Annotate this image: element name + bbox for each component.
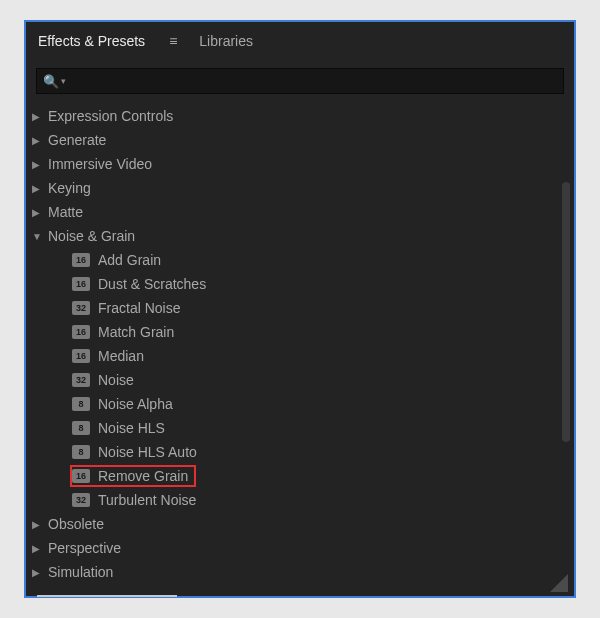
category-generate[interactable]: Generate	[26, 128, 574, 152]
search-dropdown-icon[interactable]: ▾	[61, 76, 66, 86]
scrollbar-thumb[interactable]	[562, 182, 570, 442]
category-matte[interactable]: Matte	[26, 200, 574, 224]
effect-label: Median	[98, 348, 144, 364]
effect-label: Remove Grain	[98, 468, 188, 484]
category-label: Noise & Grain	[48, 228, 135, 244]
chevron-right-icon	[32, 519, 46, 530]
active-tab-underline	[37, 595, 177, 597]
category-label: Obsolete	[48, 516, 104, 532]
effect-label: Turbulent Noise	[98, 492, 196, 508]
chevron-right-icon	[32, 567, 46, 578]
search-row: 🔍 ▾	[36, 68, 564, 94]
bit-depth-badge: 16	[72, 349, 90, 363]
chevron-right-icon	[32, 207, 46, 218]
search-input[interactable]	[70, 74, 557, 89]
category-label: Perspective	[48, 540, 121, 556]
search-icon: 🔍	[43, 74, 59, 89]
bit-depth-badge: 8	[72, 421, 90, 435]
chevron-right-icon	[32, 183, 46, 194]
bit-depth-badge: 32	[72, 301, 90, 315]
category-perspective[interactable]: Perspective	[26, 536, 574, 560]
effect-add-grain[interactable]: 16 Add Grain	[26, 248, 574, 272]
effect-noise[interactable]: 32 Noise	[26, 368, 574, 392]
category-obsolete[interactable]: Obsolete	[26, 512, 574, 536]
category-label: Simulation	[48, 564, 113, 580]
bit-depth-badge: 16	[72, 277, 90, 291]
chevron-right-icon	[32, 111, 46, 122]
category-keying[interactable]: Keying	[26, 176, 574, 200]
bit-depth-badge: 32	[72, 493, 90, 507]
bit-depth-badge: 16	[72, 469, 90, 483]
effect-dust-scratches[interactable]: 16 Dust & Scratches	[26, 272, 574, 296]
bit-depth-badge: 8	[72, 445, 90, 459]
bit-depth-badge: 16	[72, 325, 90, 339]
effect-label: Noise HLS	[98, 420, 165, 436]
bit-depth-badge: 32	[72, 373, 90, 387]
effect-noise-alpha[interactable]: 8 Noise Alpha	[26, 392, 574, 416]
category-label: Generate	[48, 132, 106, 148]
effect-label: Noise Alpha	[98, 396, 173, 412]
effects-tree: Expression Controls Generate Immersive V…	[26, 100, 574, 584]
effect-remove-grain[interactable]: 16 Remove Grain	[26, 464, 574, 488]
tab-libraries[interactable]: Libraries	[199, 25, 253, 57]
chevron-right-icon	[32, 159, 46, 170]
search-box[interactable]: 🔍 ▾	[36, 68, 564, 94]
tab-effects-presets[interactable]: Effects & Presets	[38, 25, 145, 57]
chevron-down-icon	[32, 231, 46, 242]
chevron-right-icon	[32, 543, 46, 554]
effect-turbulent-noise[interactable]: 32 Turbulent Noise	[26, 488, 574, 512]
effect-label: Fractal Noise	[98, 300, 180, 316]
category-simulation[interactable]: Simulation	[26, 560, 574, 584]
category-label: Keying	[48, 180, 91, 196]
highlight-annotation: 16 Remove Grain	[70, 465, 196, 487]
panel-menu-icon[interactable]: ≡	[169, 33, 175, 49]
effect-label: Add Grain	[98, 252, 161, 268]
effect-label: Dust & Scratches	[98, 276, 206, 292]
bit-depth-badge: 8	[72, 397, 90, 411]
category-label: Immersive Video	[48, 156, 152, 172]
effect-noise-hls-auto[interactable]: 8 Noise HLS Auto	[26, 440, 574, 464]
effects-presets-panel: Effects & Presets ≡ Libraries 🔍 ▾ Expres…	[24, 20, 576, 598]
category-noise-grain[interactable]: Noise & Grain	[26, 224, 574, 248]
category-expression-controls[interactable]: Expression Controls	[26, 104, 574, 128]
chevron-right-icon	[32, 135, 46, 146]
effect-noise-hls[interactable]: 8 Noise HLS	[26, 416, 574, 440]
effect-median[interactable]: 16 Median	[26, 344, 574, 368]
effect-label: Noise	[98, 372, 134, 388]
effect-match-grain[interactable]: 16 Match Grain	[26, 320, 574, 344]
category-label: Expression Controls	[48, 108, 173, 124]
tabs-row: Effects & Presets ≡ Libraries	[26, 22, 574, 60]
bit-depth-badge: 16	[72, 253, 90, 267]
category-label: Matte	[48, 204, 83, 220]
effect-label: Noise HLS Auto	[98, 444, 197, 460]
effect-fractal-noise[interactable]: 32 Fractal Noise	[26, 296, 574, 320]
category-immersive-video[interactable]: Immersive Video	[26, 152, 574, 176]
effect-label: Match Grain	[98, 324, 174, 340]
